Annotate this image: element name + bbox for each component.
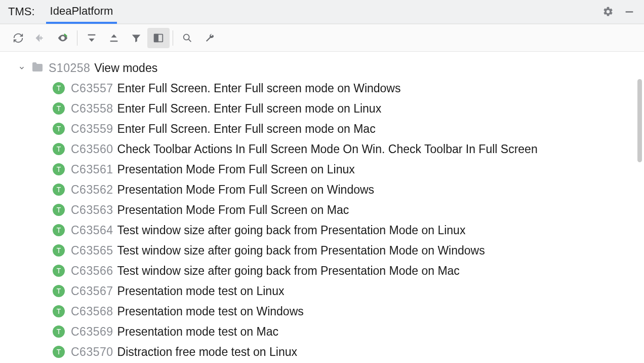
testcase-title: Presentation mode test on Linux bbox=[117, 284, 285, 298]
testcase-id: C63569 bbox=[71, 325, 113, 339]
badge-letter: T bbox=[57, 145, 61, 153]
add-icon[interactable] bbox=[29, 28, 52, 48]
testcase-row[interactable]: TC63560Check Toolbar Actions In Full Scr… bbox=[0, 139, 644, 159]
testcase-row[interactable]: TC63563Presentation Mode From Full Scree… bbox=[0, 200, 644, 220]
scrollbar-thumb[interactable] bbox=[637, 79, 642, 162]
testcase-badge-icon: T bbox=[53, 102, 65, 115]
collapse-all-icon[interactable] bbox=[103, 28, 125, 48]
testcase-title: Check Toolbar Actions In Full Screen Mod… bbox=[117, 142, 538, 156]
badge-letter: T bbox=[57, 246, 61, 255]
testcase-title: Presentation Mode From Full Screen on Wi… bbox=[117, 183, 375, 197]
testcase-badge-icon: T bbox=[53, 123, 65, 135]
testcase-row[interactable]: TC63565Test window size after going back… bbox=[0, 240, 644, 261]
testcase-badge-icon: T bbox=[53, 204, 65, 216]
toolbar bbox=[0, 24, 644, 52]
testcase-title: Presentation mode test on Mac bbox=[117, 325, 278, 339]
badge-letter: T bbox=[57, 267, 61, 275]
toolbar-separator bbox=[173, 30, 173, 46]
testcase-id: C63568 bbox=[71, 305, 113, 318]
badge-letter: T bbox=[57, 84, 61, 92]
testcase-title: Enter Full Screen. Enter Full screen mod… bbox=[117, 102, 382, 116]
testcase-id: C63567 bbox=[71, 284, 113, 298]
suite-id: S10258 bbox=[49, 61, 90, 75]
testcase-row[interactable]: TC63564Test window size after going back… bbox=[0, 220, 644, 240]
show-icon[interactable] bbox=[52, 28, 74, 48]
testcase-id: C63561 bbox=[71, 163, 113, 176]
testcase-id: C63564 bbox=[71, 224, 113, 237]
testcase-id: C63570 bbox=[71, 345, 113, 359]
testcase-badge-icon: T bbox=[53, 143, 65, 155]
badge-letter: T bbox=[57, 226, 61, 234]
panel-header: TMS: IdeaPlatform bbox=[0, 0, 644, 24]
testcase-badge-icon: T bbox=[53, 325, 65, 338]
testcase-title: Test window size after going back from P… bbox=[117, 244, 485, 258]
testcase-badge-icon: T bbox=[53, 265, 65, 277]
testcase-id: C63566 bbox=[71, 264, 113, 278]
testcase-row[interactable]: TC63566Test window size after going back… bbox=[0, 261, 644, 281]
chevron-down-icon[interactable] bbox=[17, 63, 26, 72]
panel-title: TMS: bbox=[8, 5, 35, 18]
badge-letter: T bbox=[57, 104, 61, 113]
testcase-badge-icon: T bbox=[53, 244, 65, 257]
testcase-row[interactable]: TC63561Presentation Mode From Full Scree… bbox=[0, 159, 644, 179]
badge-letter: T bbox=[57, 348, 61, 356]
svg-point-5 bbox=[184, 34, 189, 40]
testcase-id: C63557 bbox=[71, 82, 113, 95]
testcase-id: C63565 bbox=[71, 244, 113, 258]
badge-letter: T bbox=[57, 287, 61, 295]
badge-letter: T bbox=[57, 307, 61, 315]
badge-letter: T bbox=[57, 206, 61, 214]
testcase-badge-icon: T bbox=[53, 346, 65, 358]
svg-rect-0 bbox=[626, 11, 633, 13]
testcase-badge-icon: T bbox=[53, 305, 65, 317]
testcase-id: C63558 bbox=[71, 102, 113, 116]
svg-rect-1 bbox=[88, 34, 96, 35]
badge-letter: T bbox=[57, 165, 61, 173]
testcase-id: C63562 bbox=[71, 183, 113, 197]
expand-all-icon[interactable] bbox=[80, 28, 103, 48]
tree-content[interactable]: S10258 View modes TC63557Enter Full Scre… bbox=[0, 52, 644, 363]
testcase-title: Distraction free mode test on Linux bbox=[117, 345, 297, 359]
testcase-title: Presentation mode test on Windows bbox=[117, 305, 304, 318]
tab-ideaplatform[interactable]: IdeaPlatform bbox=[46, 0, 117, 24]
testcase-badge-icon: T bbox=[53, 82, 65, 94]
testcase-id: C63559 bbox=[71, 122, 113, 136]
toolbar-separator bbox=[77, 30, 77, 46]
testcase-badge-icon: T bbox=[53, 285, 65, 297]
settings-gear-icon[interactable] bbox=[600, 4, 616, 19]
folder-icon bbox=[31, 62, 44, 74]
minimize-icon[interactable] bbox=[622, 4, 637, 19]
svg-rect-2 bbox=[110, 41, 118, 42]
badge-letter: T bbox=[57, 186, 61, 194]
testcase-row[interactable]: TC63562Presentation Mode From Full Scree… bbox=[0, 179, 644, 200]
testcase-row[interactable]: TC63559Enter Full Screen. Enter Full scr… bbox=[0, 119, 644, 139]
testcase-row[interactable]: TC63557Enter Full Screen. Enter Full scr… bbox=[0, 78, 644, 98]
filter-icon[interactable] bbox=[125, 28, 147, 48]
testcase-row[interactable]: TC63558Enter Full Screen. Enter Full scr… bbox=[0, 98, 644, 119]
badge-letter: T bbox=[57, 328, 61, 336]
refresh-icon[interactable] bbox=[7, 28, 29, 48]
svg-rect-4 bbox=[154, 34, 158, 42]
testcase-id: C63563 bbox=[71, 203, 113, 217]
layout-split-icon[interactable] bbox=[147, 28, 170, 48]
testcase-title: Test window size after going back from P… bbox=[117, 264, 460, 278]
testcase-title: Enter Full Screen. Enter Full screen mod… bbox=[117, 122, 376, 136]
testcase-row[interactable]: TC63570Distraction free mode test on Lin… bbox=[0, 342, 644, 362]
suite-row[interactable]: S10258 View modes bbox=[0, 58, 644, 78]
testcase-title: Test window size after going back from P… bbox=[117, 224, 466, 237]
testcase-badge-icon: T bbox=[53, 184, 65, 196]
testcase-row[interactable]: TC63567Presentation mode test on Linux bbox=[0, 281, 644, 301]
badge-letter: T bbox=[57, 125, 61, 133]
suite-title: View modes bbox=[94, 61, 157, 75]
testcase-title: Enter Full Screen. Enter Full screen mod… bbox=[117, 82, 401, 95]
wrench-icon[interactable] bbox=[198, 28, 221, 48]
testcase-title: Presentation Mode From Full Screen on Ma… bbox=[117, 203, 349, 217]
testcase-row[interactable]: TC63568Presentation mode test on Windows bbox=[0, 301, 644, 321]
testcase-title: Presentation Mode From Full Screen on Li… bbox=[117, 163, 355, 176]
testcase-badge-icon: T bbox=[53, 224, 65, 236]
testcase-id: C63560 bbox=[71, 142, 113, 156]
testcase-row[interactable]: TC63569Presentation mode test on Mac bbox=[0, 321, 644, 342]
testcase-badge-icon: T bbox=[53, 163, 65, 175]
search-icon[interactable] bbox=[176, 28, 198, 48]
